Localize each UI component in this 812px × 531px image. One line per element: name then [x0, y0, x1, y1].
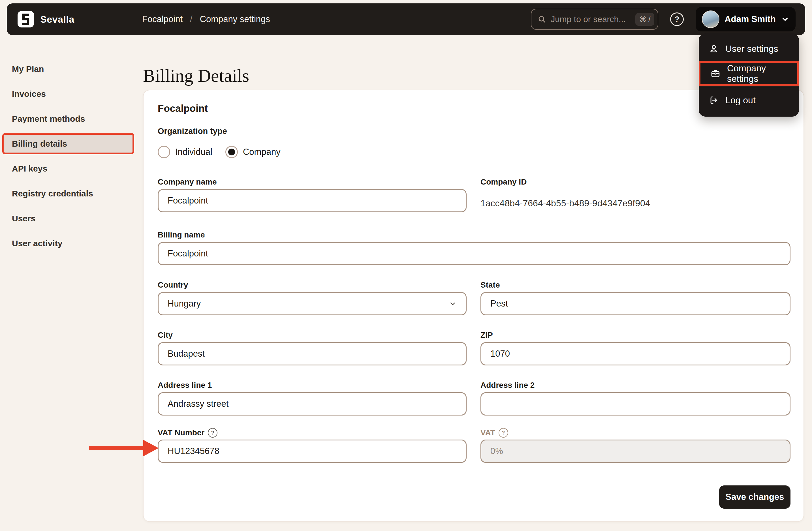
page-title: Billing Details — [143, 65, 249, 86]
address-line-2-label: Address line 2 — [480, 381, 791, 390]
vat-number-label: VAT Number ? — [158, 428, 467, 438]
breadcrumb: Focalpoint / Company settings — [142, 3, 270, 35]
company-name-label: Company name — [158, 177, 467, 187]
city-label: City — [158, 330, 467, 340]
company-id-label: Company ID — [480, 177, 791, 187]
topbar: Sevalla Focalpoint / Company settings ⌘ … — [7, 3, 805, 35]
user-dropdown-menu: User settings Company settings Log out — [699, 33, 799, 117]
menu-item-company-settings[interactable]: Company settings — [699, 61, 799, 86]
sidebar-item-users[interactable]: Users — [2, 208, 134, 229]
billing-name-input[interactable] — [158, 242, 791, 265]
sidebar-item-user-activity[interactable]: User activity — [2, 233, 134, 254]
city-input[interactable] — [158, 342, 467, 365]
menu-divider — [699, 87, 799, 87]
logo-glyph — [21, 14, 31, 25]
breadcrumb-page[interactable]: Company settings — [200, 14, 270, 24]
organization-type-radio-group: Individual Company — [158, 146, 280, 158]
briefcase-icon — [711, 69, 720, 78]
search-icon — [538, 15, 546, 24]
address-line-1-label: Address line 1 — [158, 381, 467, 390]
country-selected-value: Hungary — [168, 299, 201, 309]
vat-input — [480, 440, 791, 463]
radio-circle-individual[interactable] — [158, 146, 170, 158]
billing-details-card: Focalpoint Organization type Individual … — [143, 90, 804, 522]
company-name-input[interactable] — [158, 189, 467, 212]
company-id-value: 1acc48b4-7664-4b55-b489-9d4347e9f904 — [480, 198, 650, 209]
vat-label: VAT ? — [480, 428, 791, 438]
menu-item-log-out[interactable]: Log out — [699, 88, 799, 113]
sidebar-item-registry-credentials[interactable]: Registry credentials — [2, 183, 134, 204]
select-chevron-down-icon — [449, 300, 457, 308]
country-select[interactable]: Hungary — [158, 292, 467, 315]
zip-label: ZIP — [480, 330, 791, 340]
logout-icon — [709, 95, 719, 105]
radio-circle-company[interactable] — [226, 146, 238, 158]
save-changes-button[interactable]: Save changes — [719, 485, 791, 508]
sidebar-item-billing-details[interactable]: Billing details — [2, 133, 134, 154]
search-input[interactable] — [550, 14, 632, 24]
search-shortcut-badge: ⌘ / — [635, 13, 654, 26]
menu-item-label: Log out — [725, 95, 756, 106]
help-button[interactable]: ? — [670, 13, 684, 26]
vat-label-text: VAT — [480, 428, 495, 437]
menu-item-label: Company settings — [727, 63, 787, 84]
search-box[interactable]: ⌘ / — [531, 9, 658, 30]
sidebar-item-my-plan[interactable]: My Plan — [2, 58, 134, 79]
user-icon — [709, 44, 719, 54]
breadcrumb-separator: / — [190, 14, 192, 24]
address-line-1-input[interactable] — [158, 392, 467, 415]
sidebar-item-invoices[interactable]: Invoices — [2, 83, 134, 104]
radio-individual[interactable]: Individual — [158, 146, 212, 158]
topbar-right: ⌘ / ? Adam Smith — [531, 3, 796, 35]
radio-label-company[interactable]: Company — [243, 147, 280, 157]
vat-number-help-icon[interactable]: ? — [208, 428, 217, 438]
radio-label-individual[interactable]: Individual — [175, 147, 212, 157]
address-line-2-input[interactable] — [480, 392, 791, 415]
chevron-down-icon — [781, 15, 789, 24]
state-label: State — [480, 280, 791, 290]
app-root: Sevalla Focalpoint / Company settings ⌘ … — [0, 0, 812, 531]
sevalla-logo-icon — [17, 11, 34, 28]
card-title: Focalpoint — [158, 103, 208, 114]
organization-type-label: Organization type — [158, 127, 227, 136]
user-menu-trigger[interactable]: Adam Smith — [696, 7, 796, 31]
breadcrumb-project[interactable]: Focalpoint — [142, 14, 183, 24]
menu-item-user-settings[interactable]: User settings — [699, 36, 799, 61]
vat-number-input[interactable] — [158, 440, 467, 463]
billing-name-label: Billing name — [158, 231, 205, 239]
vat-number-label-text: VAT Number — [158, 428, 204, 437]
sidebar-item-api-keys[interactable]: API keys — [2, 158, 134, 179]
radio-company[interactable]: Company — [226, 146, 280, 158]
zip-input[interactable] — [480, 342, 791, 365]
sidebar-item-payment-methods[interactable]: Payment methods — [2, 108, 134, 129]
brand-name: Sevalla — [40, 14, 74, 25]
vat-help-icon[interactable]: ? — [498, 428, 508, 438]
state-input[interactable] — [480, 292, 791, 315]
sidebar: My Plan Invoices Payment methods Billing… — [2, 58, 134, 257]
user-name: Adam Smith — [725, 14, 776, 24]
brand[interactable]: Sevalla — [17, 3, 74, 35]
avatar — [702, 11, 720, 28]
menu-item-label: User settings — [725, 44, 778, 54]
country-label: Country — [158, 280, 467, 290]
